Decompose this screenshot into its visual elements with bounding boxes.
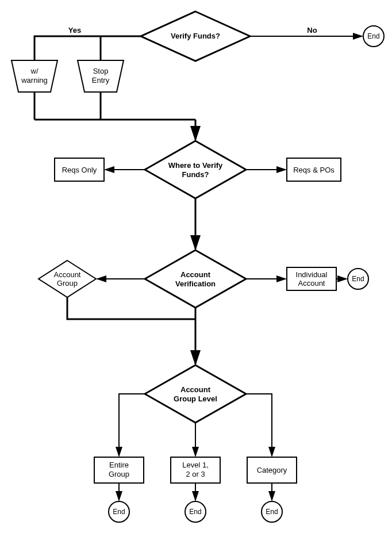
no-label: No <box>307 26 317 35</box>
decision-account-verification: Account Verification <box>145 250 246 308</box>
svg-text:End: End <box>189 508 201 516</box>
svg-text:Level 1,: Level 1, <box>182 461 209 469</box>
end-terminal-level: End <box>185 501 206 522</box>
end-terminal-category: End <box>262 501 282 522</box>
svg-text:Stop: Stop <box>93 67 109 75</box>
svg-text:Where to Verify: Where to Verify <box>168 161 223 170</box>
box-individual-account: Individual Account <box>287 267 336 290</box>
svg-text:Group: Group <box>57 279 78 288</box>
box-reqs-only: Reqs Only <box>55 158 104 181</box>
svg-text:Entry: Entry <box>92 76 110 85</box>
svg-text:Group Level: Group Level <box>174 394 217 403</box>
svg-text:Entire: Entire <box>109 461 129 469</box>
decision-where-to-verify: Where to Verify Funds? <box>145 141 246 198</box>
svg-text:End: End <box>367 32 379 40</box>
decision-account-group-level: Account Group Level <box>145 365 246 423</box>
svg-text:Account: Account <box>298 279 325 288</box>
svg-text:Verification: Verification <box>175 279 216 288</box>
box-entire-group: Entire Group <box>94 457 144 483</box>
svg-text:Individual: Individual <box>296 270 328 279</box>
trapezoid-stop-entry: Stop Entry <box>78 60 124 92</box>
svg-text:Category: Category <box>257 466 287 474</box>
svg-text:Reqs & POs: Reqs & POs <box>293 166 335 174</box>
svg-text:Funds?: Funds? <box>182 170 209 179</box>
svg-text:Account: Account <box>180 270 211 279</box>
box-reqs-pos: Reqs & POs <box>287 158 341 181</box>
svg-text:warning: warning <box>21 76 48 85</box>
svg-marker-15 <box>145 141 246 198</box>
svg-text:End: End <box>352 275 364 283</box>
svg-text:Account: Account <box>54 270 81 279</box>
end-terminal-entire-group: End <box>109 501 129 522</box>
box-level-123: Level 1, 2 or 3 <box>171 457 220 483</box>
svg-text:Account: Account <box>180 385 211 394</box>
yes-label: Yes <box>68 26 81 35</box>
decision-verify-funds: Verify Funds? <box>141 12 250 61</box>
svg-text:End: End <box>266 508 278 516</box>
decision-verify-funds-label: Verify Funds? <box>171 32 220 40</box>
flowchart-diagram: Verify Funds? No End Yes w/ warning Stop… <box>0 0 392 548</box>
diamond-account-group: Account Group <box>39 260 96 297</box>
end-terminal-top: End <box>363 26 384 47</box>
svg-text:End: End <box>113 508 125 516</box>
svg-marker-40 <box>145 365 246 423</box>
svg-text:Group: Group <box>109 470 129 478</box>
box-category: Category <box>247 457 297 483</box>
svg-text:w/: w/ <box>30 67 39 75</box>
svg-text:2 or 3: 2 or 3 <box>186 470 205 478</box>
trapezoid-with-warning: w/ warning <box>11 60 57 92</box>
svg-text:Reqs Only: Reqs Only <box>62 166 97 174</box>
svg-marker-25 <box>145 250 246 308</box>
end-terminal-individual: End <box>348 269 368 289</box>
